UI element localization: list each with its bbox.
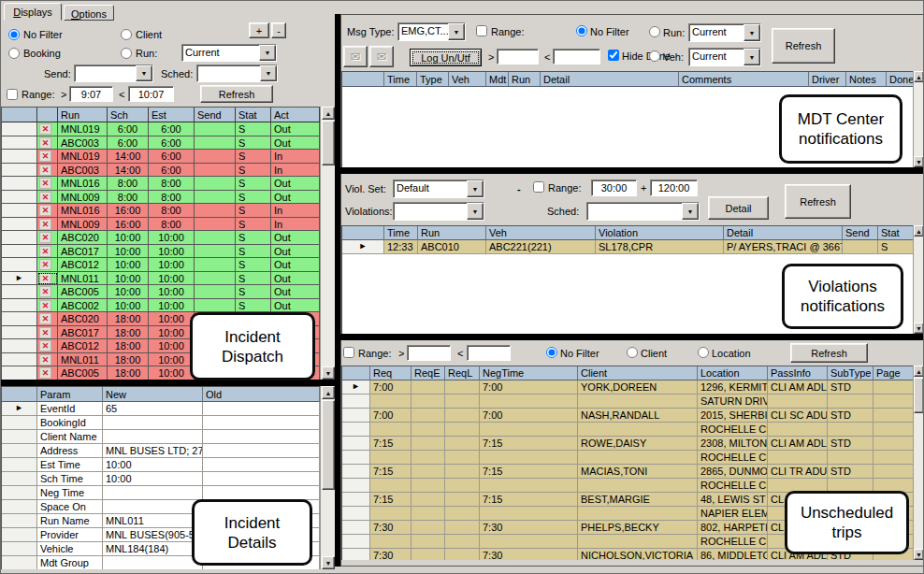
column-header[interactable] — [342, 72, 384, 87]
run-cell[interactable]: ABC005 — [58, 285, 108, 299]
no-send-cell[interactable]: ✕ — [37, 285, 58, 299]
run-row[interactable]: ✕ABC00210:0010:00SOut — [2, 299, 320, 313]
stat-cell[interactable]: S — [236, 218, 271, 232]
send-combo[interactable]: ▼ — [74, 65, 153, 82]
empty-cell[interactable] — [828, 451, 873, 465]
no-send-cell[interactable]: ✕ — [37, 191, 58, 205]
reqe-cell[interactable] — [411, 409, 445, 423]
reql-cell[interactable] — [445, 465, 480, 479]
param-cell[interactable]: Est Time — [37, 458, 103, 472]
row-selector[interactable] — [2, 353, 37, 367]
table-row[interactable]: RunSchEstSendStatAct — [2, 108, 320, 122]
empty-cell[interactable] — [370, 535, 411, 549]
empty-cell[interactable] — [370, 479, 411, 493]
old-value-cell[interactable] — [203, 430, 320, 444]
column-header-reql[interactable]: ReqL — [445, 366, 480, 380]
mdt-no-filter-radio[interactable] — [576, 25, 587, 36]
unsched-location-radio[interactable] — [698, 347, 709, 358]
mdt-range-to-input[interactable] — [553, 49, 600, 65]
act-cell[interactable]: In — [271, 204, 320, 218]
act-cell[interactable]: Out — [271, 191, 320, 205]
act-cell[interactable]: Out — [271, 299, 320, 313]
column-header-reqe[interactable]: ReqE — [411, 366, 445, 380]
empty-cell[interactable] — [480, 451, 578, 465]
act-cell[interactable]: Out — [271, 258, 320, 272]
est-cell[interactable]: 10:00 — [149, 285, 195, 299]
new-value-cell[interactable] — [103, 500, 203, 514]
run-filter-combo[interactable]: Current ▼ — [181, 44, 277, 62]
act-cell[interactable]: Out — [271, 122, 320, 136]
row-selector[interactable] — [342, 479, 370, 493]
no-send-cell[interactable]: ✕ — [37, 353, 58, 367]
reqe-cell[interactable] — [411, 465, 445, 479]
est-cell[interactable]: 6:00 — [149, 136, 195, 151]
viol-range-to-input[interactable] — [650, 179, 698, 196]
send-cell[interactable] — [195, 285, 236, 299]
negtime-cell[interactable]: 7:15 — [480, 437, 578, 451]
new-value-cell[interactable]: 65 — [103, 402, 203, 416]
stat-cell[interactable]: S — [236, 245, 271, 259]
horizontal-splitter-left[interactable] — [1, 380, 335, 386]
est-cell[interactable]: 10:00 — [149, 231, 195, 245]
empty-cell[interactable] — [578, 479, 698, 493]
row-selector[interactable] — [342, 437, 370, 451]
send-cell[interactable] — [195, 122, 236, 136]
scrollbar-thumb[interactable] — [322, 121, 335, 165]
run-row[interactable]: ✕ABC01710:0010:00SOut — [2, 245, 320, 259]
row-selector[interactable] — [342, 521, 370, 535]
column-header[interactable] — [2, 387, 37, 402]
column-header-done[interactable]: Done — [887, 72, 913, 87]
column-header-old[interactable]: Old — [203, 387, 320, 402]
run-cell[interactable]: MNL011 — [58, 272, 108, 286]
detail-row[interactable]: Client Name — [2, 430, 320, 444]
mdt-refresh-button[interactable]: Refresh — [772, 28, 835, 64]
sch-cell[interactable]: 18:00 — [108, 339, 149, 353]
row-selector[interactable] — [2, 472, 37, 486]
column-header-client[interactable]: Client — [578, 366, 698, 380]
act-cell[interactable]: Out — [271, 136, 320, 151]
row-selector[interactable] — [342, 493, 370, 507]
row-selector[interactable] — [2, 218, 37, 232]
run-cell[interactable]: MNL009 — [58, 218, 108, 232]
run-row[interactable]: ✕MNL00916:008:00SIn — [2, 218, 320, 232]
stat-cell[interactable]: S — [236, 122, 271, 136]
viol-range-checkbox[interactable] — [533, 181, 544, 193]
reql-cell[interactable] — [445, 549, 480, 560]
empty-cell[interactable] — [828, 395, 873, 409]
req-cell[interactable]: 7:00 — [370, 380, 411, 395]
unsched-client-radio[interactable] — [627, 347, 638, 358]
passinfo-cell[interactable]: CLI AM ADL — [768, 437, 828, 451]
table-row[interactable]: ReqReqEReqLNegTimeClientLocationPassInfo… — [342, 366, 913, 380]
scroll-down-icon[interactable]: ▼ — [914, 156, 924, 167]
empty-cell[interactable] — [411, 535, 445, 549]
row-selector[interactable] — [2, 177, 37, 191]
no-send-cell[interactable]: ✕ — [37, 150, 58, 164]
column-header-act[interactable]: Act — [271, 108, 320, 122]
param-cell[interactable]: Mdt Group — [37, 556, 103, 569]
violation-row[interactable]: ►12:33ABC010ABC221(221)SL178,CPRP/ AYERS… — [342, 240, 913, 254]
page-cell[interactable] — [873, 437, 913, 451]
est-cell[interactable]: 6:00 — [149, 122, 195, 136]
run-cell[interactable]: ABC012 — [58, 258, 108, 272]
trip-row-line2[interactable]: SATURN DRIV — [342, 395, 913, 409]
act-cell[interactable]: In — [271, 218, 320, 232]
column-header-violation[interactable]: Violation — [596, 226, 724, 240]
unsched-no-filter-radio[interactable] — [546, 347, 557, 358]
detail-cell[interactable]: P/ AYERS,TRACI @ 3667, WH — [724, 240, 843, 254]
row-selector[interactable] — [2, 285, 37, 299]
range-from-input[interactable] — [69, 86, 113, 102]
subtype-cell[interactable]: STD — [828, 380, 873, 395]
sch-cell[interactable]: 14:00 — [108, 164, 149, 178]
sch-cell[interactable]: 16:00 — [108, 204, 149, 218]
column-header-detail[interactable]: Detail — [724, 226, 843, 240]
no-send-cell[interactable]: ✕ — [37, 272, 58, 286]
empty-cell[interactable] — [411, 423, 445, 437]
no-send-cell[interactable]: ✕ — [37, 258, 58, 272]
page-cell[interactable] — [873, 465, 913, 479]
row-selector[interactable] — [342, 507, 370, 521]
param-cell[interactable]: BookingId — [37, 416, 103, 430]
no-send-cell[interactable]: ✕ — [37, 339, 58, 353]
no-send-cell[interactable]: ✕ — [37, 366, 58, 380]
row-selector[interactable] — [2, 122, 37, 136]
tab-displays[interactable]: Displays — [4, 3, 62, 21]
